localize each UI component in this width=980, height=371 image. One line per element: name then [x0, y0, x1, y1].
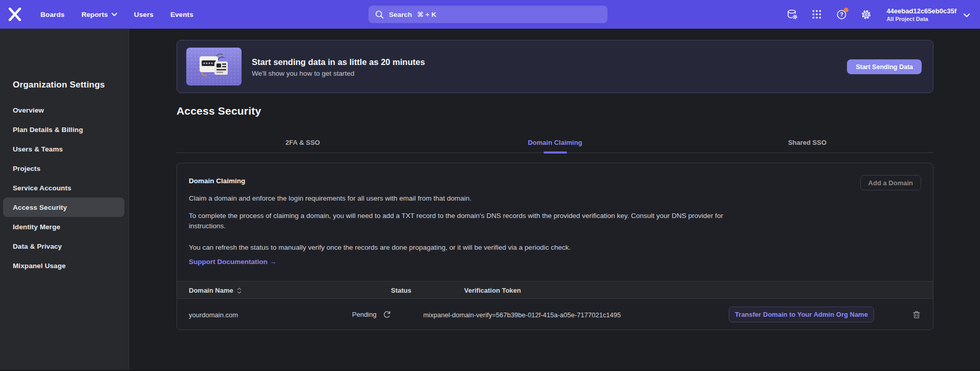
org-id: 44eebad12c65eb0c35f [886, 7, 956, 15]
sidebar-item-access-security[interactable]: Access Security [3, 198, 124, 217]
tab-domain-claiming[interactable]: Domain Claiming [429, 134, 681, 152]
mixpanel-logo-icon[interactable] [8, 8, 21, 21]
banner-subtitle: We'll show you how to get started [252, 70, 425, 77]
domain-claiming-panel: Domain Claiming Add a Domain Claim a dom… [177, 163, 933, 330]
sidebar-item-data-privacy[interactable]: Data & Privacy [3, 236, 124, 256]
notification-dot [844, 8, 848, 12]
nav-item-label: Users [134, 11, 154, 18]
org-switcher[interactable]: 44eebad12c65eb0c35f All Project Data [886, 7, 970, 22]
nav-item-events[interactable]: Events [170, 11, 193, 18]
onboarding-banner: Start sending data in as little as 20 mi… [177, 40, 933, 93]
transfer-domain-button[interactable]: Transfer Domain to Your Admin Org Name [729, 307, 874, 322]
table-row: yourdomain.com Pending mixpanel-domain-v… [177, 299, 933, 330]
sort-icon [237, 287, 242, 294]
org-text: 44eebad12c65eb0c35f All Project Data [886, 7, 956, 22]
panel-description: Claim a domain and enforce the login req… [189, 193, 471, 204]
tab-label: Shared SSO [788, 139, 826, 146]
search-placeholder: Search [389, 11, 412, 18]
sidebar-title: Organization Settings [13, 80, 105, 90]
tab-shared-sso[interactable]: Shared SSO [681, 134, 933, 152]
nav-item-label: Events [170, 11, 193, 18]
column-header-verification-token: Verification Token [464, 281, 521, 299]
banner-illustration [186, 48, 242, 85]
panel-instructions: To complete the process of claiming a do… [189, 211, 744, 231]
delete-domain-icon[interactable] [912, 310, 921, 319]
sidebar-item-users-teams[interactable]: Users & Teams [3, 139, 124, 159]
add-domain-button[interactable]: Add a Domain [860, 175, 921, 190]
nav-item-boards[interactable]: Boards [40, 11, 64, 18]
settings-sidebar: Organization Settings Overview Plan Deta… [0, 29, 129, 370]
panel-refresh-note: You can refresh the status to manually v… [189, 243, 571, 253]
nav-right-group: ? 44eebad12c65eb0c35f All Project Data [773, 0, 970, 29]
nav-menu: Boards Reports Users Events [40, 0, 193, 29]
nav-item-label: Boards [40, 11, 64, 18]
banner-copy: Start sending data in as little as 20 mi… [252, 40, 425, 94]
nav-item-reports[interactable]: Reports [81, 11, 117, 18]
svg-text:?: ? [840, 11, 843, 17]
banner-title: Start sending data in as little as 20 mi… [252, 57, 425, 67]
apps-grid-icon[interactable] [811, 9, 822, 20]
domain-name-cell: yourdomain.com [189, 311, 238, 318]
search-icon [375, 10, 384, 19]
support-documentation-link[interactable]: Support Documentation → [189, 258, 276, 266]
sidebar-item-overview[interactable]: Overview [3, 100, 124, 120]
top-nav: Boards Reports Users Events Search ⌘ + K [0, 0, 980, 29]
sidebar-item-plan-details-billing[interactable]: Plan Details & Billing [3, 120, 124, 139]
settings-gear-icon[interactable] [860, 9, 872, 20]
sidebar-item-mixpanel-usage[interactable]: Mixpanel Usage [3, 256, 124, 275]
column-label: Status [391, 287, 411, 294]
tab-label: 2FA & SSO [286, 139, 320, 146]
column-header-domain-name[interactable]: Domain Name [189, 281, 242, 299]
org-scope: All Project Data [886, 16, 956, 22]
status-badge: Pending [352, 311, 377, 318]
tab-2fa-sso[interactable]: 2FA & SSO [177, 134, 429, 152]
caret-down-icon [112, 13, 117, 16]
active-tab-underline [543, 151, 567, 154]
global-search-input[interactable]: Search ⌘ + K [368, 6, 607, 23]
table-header: Domain Name Status Verification Token [177, 281, 933, 299]
help-icon[interactable]: ? [836, 9, 847, 20]
app-screen: Boards Reports Users Events Search ⌘ + K [0, 0, 980, 371]
column-label: Domain Name [189, 281, 233, 299]
column-label: Verification Token [464, 287, 521, 294]
sidebar-item-service-accounts[interactable]: Service Accounts [3, 178, 124, 198]
nav-item-users[interactable]: Users [134, 11, 154, 18]
nav-item-label: Reports [81, 11, 108, 18]
status-cell: Pending [352, 311, 391, 319]
data-governance-icon[interactable] [787, 9, 798, 20]
tab-bar: 2FA & SSO Domain Claiming Shared SSO [177, 134, 933, 153]
chevron-down-icon [964, 13, 970, 17]
panel-title: Domain Claiming [189, 177, 245, 185]
verification-token-cell: mixpanel-domain-verify=567b39be-012f-415… [423, 311, 621, 318]
page-title: Access Security [177, 105, 261, 117]
column-header-status: Status [391, 281, 411, 299]
sidebar-item-projects[interactable]: Projects [3, 159, 124, 178]
tab-label: Domain Claiming [528, 139, 582, 146]
sidebar-item-identity-merge[interactable]: Identity Merge [3, 217, 124, 236]
search-shortcut: ⌘ + K [417, 10, 437, 18]
refresh-status-icon[interactable] [383, 311, 391, 319]
start-sending-data-button[interactable]: Start Sending Data [847, 59, 922, 74]
sidebar-menu: Overview Plan Details & Billing Users & … [3, 100, 124, 275]
